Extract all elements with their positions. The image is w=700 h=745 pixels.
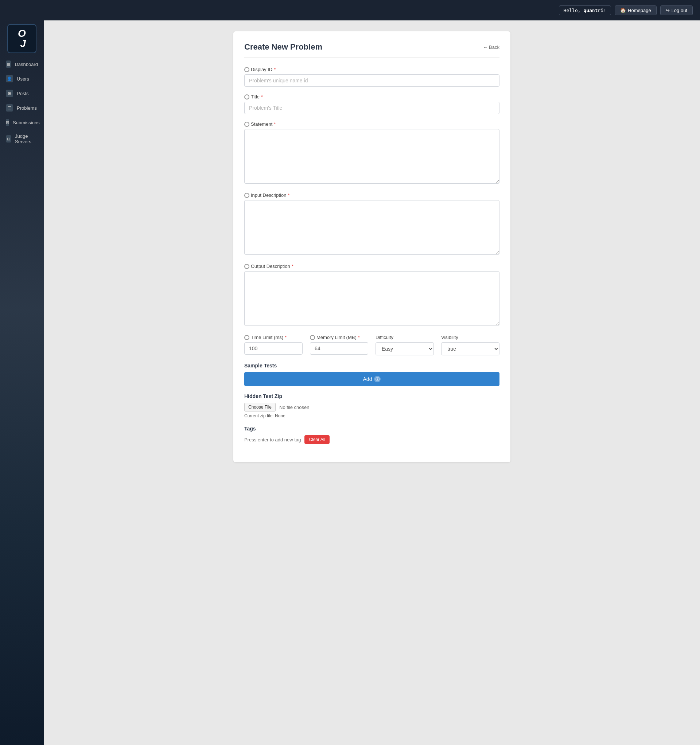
choose-file-label: Choose File: [248, 405, 271, 410]
sidebar-label-submissions: Submissions: [13, 120, 40, 126]
visibility-select[interactable]: true false: [441, 342, 499, 355]
clear-all-label: Clear All: [309, 437, 325, 442]
input-description-label-text: Input Description: [251, 193, 286, 198]
time-limit-radio-dot: [244, 335, 249, 340]
sidebar-label-users: Users: [17, 76, 29, 82]
display-id-label: Display ID *: [244, 67, 499, 72]
sidebar-item-users[interactable]: 👤 Users: [0, 72, 44, 86]
current-zip-label: Current zip file:: [244, 413, 274, 419]
memory-limit-radio-dot: [310, 335, 315, 340]
memory-limit-required: *: [358, 335, 360, 340]
sidebar-label-posts: Posts: [17, 91, 29, 96]
difficulty-label-text: Difficulty: [376, 335, 393, 340]
title-radio-dot: [244, 94, 249, 100]
time-limit-input[interactable]: [244, 342, 303, 355]
title-label: Title *: [244, 94, 499, 100]
sidebar-label-dashboard: Dashboard: [15, 61, 38, 67]
time-limit-col: Time Limit (ms) *: [244, 335, 303, 355]
title-input[interactable]: [244, 102, 499, 114]
back-link[interactable]: ← Back: [483, 45, 499, 50]
memory-limit-label: Memory Limit (MB) *: [310, 335, 368, 340]
hidden-zip-title: Hidden Test Zip: [244, 393, 499, 399]
judge-servers-icon: ⊡: [6, 135, 11, 142]
input-description-group: Input Description *: [244, 193, 499, 256]
statement-group: Statement *: [244, 121, 499, 185]
sidebar-item-submissions[interactable]: ⊟ Submissions: [0, 115, 44, 130]
difficulty-select[interactable]: Easy Medium Hard: [376, 342, 434, 355]
difficulty-label: Difficulty: [376, 335, 434, 340]
home-icon: 🏠: [620, 7, 626, 13]
logout-icon: ↪: [666, 7, 670, 13]
logo-text: OJ: [18, 28, 26, 49]
display-id-label-text: Display ID: [251, 67, 272, 72]
title-label-text: Title: [251, 94, 259, 100]
sidebar-logo[interactable]: OJ: [7, 24, 36, 53]
no-file-text: No file chosen: [279, 405, 309, 410]
visibility-col: Visibility true false: [441, 335, 499, 355]
hidden-zip-section: Hidden Test Zip Choose File No file chos…: [244, 393, 499, 419]
memory-limit-label-text: Memory Limit (MB): [316, 335, 357, 340]
limits-row: Time Limit (ms) * Memory Limit (MB) * Di…: [244, 335, 499, 355]
input-description-textarea[interactable]: [244, 200, 499, 255]
output-description-label: Output Description *: [244, 263, 499, 269]
title-required: *: [261, 94, 263, 100]
logout-label: Log out: [672, 7, 687, 13]
form-header: Create New Problem ← Back: [244, 42, 499, 58]
input-description-label: Input Description *: [244, 193, 499, 198]
problems-icon: ☰: [6, 104, 13, 112]
submissions-icon: ⊟: [6, 119, 9, 126]
output-description-required: *: [292, 263, 294, 269]
user-greeting-button[interactable]: Hello, quantri!: [559, 6, 611, 15]
form-card: Create New Problem ← Back Display ID * T…: [233, 31, 510, 462]
statement-required: *: [274, 121, 276, 127]
sidebar-item-judge-servers[interactable]: ⊡ Judge Servers: [0, 130, 44, 148]
current-zip-text: Current zip file: None: [244, 413, 499, 419]
display-id-input[interactable]: [244, 74, 499, 87]
visibility-label: Visibility: [441, 335, 499, 340]
sidebar: OJ ▦ Dashboard 👤 Users ⊞ Posts ☰ Problem…: [0, 20, 44, 745]
add-info-icon: ⓘ: [374, 376, 381, 382]
output-description-textarea[interactable]: [244, 271, 499, 326]
time-limit-required: *: [285, 335, 286, 340]
tags-hint: Press enter to add new tag: [244, 437, 301, 443]
homepage-button[interactable]: 🏠 Homepage: [615, 6, 657, 15]
memory-limit-input[interactable]: [310, 342, 368, 355]
form-title: Create New Problem: [244, 42, 322, 52]
logout-button[interactable]: ↪ Log out: [660, 6, 693, 15]
output-desc-radio-dot: [244, 264, 249, 269]
add-sample-test-button[interactable]: Add ⓘ: [244, 372, 499, 386]
add-label: Add: [363, 376, 372, 382]
posts-icon: ⊞: [6, 90, 13, 97]
display-id-required: *: [274, 67, 276, 72]
display-id-group: Display ID *: [244, 67, 499, 87]
time-limit-label: Time Limit (ms) *: [244, 335, 303, 340]
tags-section: Tags Press enter to add new tag Clear Al…: [244, 426, 499, 444]
choose-file-button[interactable]: Choose File: [244, 403, 276, 411]
statement-textarea[interactable]: [244, 129, 499, 184]
visibility-label-text: Visibility: [441, 335, 458, 340]
statement-label-text: Statement: [251, 121, 272, 127]
memory-limit-col: Memory Limit (MB) *: [310, 335, 368, 355]
sidebar-label-problems: Problems: [17, 105, 37, 111]
tags-title: Tags: [244, 426, 499, 432]
sidebar-item-posts[interactable]: ⊞ Posts: [0, 86, 44, 100]
sample-tests-section: Sample Tests Add ⓘ: [244, 363, 499, 386]
statement-label: Statement *: [244, 121, 499, 127]
top-header: Hello, quantri! 🏠 Homepage ↪ Log out: [0, 0, 700, 20]
clear-all-button[interactable]: Clear All: [304, 435, 330, 444]
sidebar-item-problems[interactable]: ☰ Problems: [0, 100, 44, 115]
current-zip-value: None: [275, 413, 285, 419]
homepage-label: Homepage: [628, 7, 651, 13]
title-group: Title *: [244, 94, 499, 114]
users-icon: 👤: [6, 75, 13, 82]
sidebar-label-judge-servers: Judge Servers: [15, 133, 38, 144]
sidebar-item-dashboard[interactable]: ▦ Dashboard: [0, 57, 44, 72]
difficulty-col: Difficulty Easy Medium Hard: [376, 335, 434, 355]
time-limit-label-text: Time Limit (ms): [251, 335, 283, 340]
username-text: quantri: [583, 7, 603, 13]
display-id-radio-dot: [244, 67, 249, 72]
tags-input-row: Press enter to add new tag Clear All: [244, 435, 499, 444]
sidebar-nav: ▦ Dashboard 👤 Users ⊞ Posts ☰ Problems ⊟…: [0, 57, 44, 148]
file-input-row: Choose File No file chosen: [244, 403, 499, 411]
dashboard-icon: ▦: [6, 60, 11, 68]
